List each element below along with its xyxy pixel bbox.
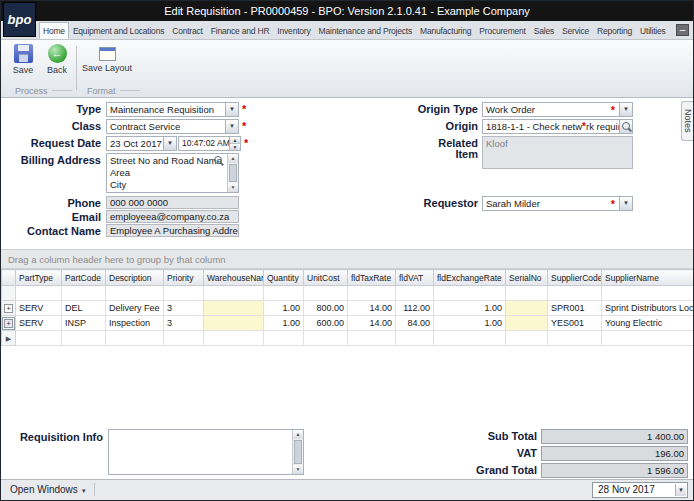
column-header-partcode[interactable]: PartCode — [62, 270, 106, 286]
cell-fldvat[interactable]: 112.00 — [396, 301, 434, 316]
column-header-serialno[interactable]: SerialNo — [506, 270, 548, 286]
cell-parttype[interactable]: SERV — [16, 316, 62, 331]
tab-manufacturing[interactable]: Manufacturing — [416, 22, 475, 39]
requisition-info-value — [109, 430, 303, 432]
cell-serialno[interactable] — [506, 301, 548, 316]
chevron-down-icon[interactable]: ▼ — [619, 103, 632, 116]
tab-equipment-and-locations[interactable]: Equipment and Locations — [69, 22, 168, 39]
expand-row-icon[interactable]: + — [4, 319, 13, 328]
requestor-combobox[interactable]: Sarah Milder * ▼ — [482, 196, 633, 211]
tab-service[interactable]: Service — [558, 22, 593, 39]
cell-fldvat[interactable]: 84.00 — [396, 316, 434, 331]
back-button[interactable]: ← Back — [41, 44, 73, 75]
column-header-quantity[interactable]: Quantity — [264, 270, 304, 286]
request-date-picker[interactable]: 23 Oct 2017 ▼ — [106, 136, 177, 151]
column-header-unitcost[interactable]: UnitCost — [304, 270, 348, 286]
cell-unitcost[interactable]: 600.00 — [304, 316, 348, 331]
tab-contract[interactable]: Contract — [168, 22, 207, 39]
required-marker: * — [242, 120, 246, 132]
tab-reporting[interactable]: Reporting — [593, 22, 636, 39]
chevron-down-icon[interactable]: ▼ — [163, 137, 176, 150]
vat-label: VAT — [381, 448, 537, 459]
column-header-suppliername[interactable]: SupplierName — [602, 270, 694, 286]
requisition-info-scrollbar[interactable]: ▲ ▼ — [292, 430, 303, 474]
column-header-warehousename[interactable]: WarehouseName — [204, 270, 264, 286]
origin-lookup-button[interactable] — [619, 120, 632, 133]
cell-quantity[interactable]: 1.00 — [264, 316, 304, 331]
cell-serialno[interactable] — [506, 316, 548, 331]
cell-fldexchangerate[interactable]: 1.00 — [434, 301, 506, 316]
tab-home[interactable]: Home — [39, 22, 69, 39]
required-marker: * — [611, 104, 615, 116]
tab-procurement[interactable]: Procurement — [475, 22, 529, 39]
table-row[interactable]: + SERV DEL Delivery Fee 3 1.00 800.00 14… — [2, 301, 694, 316]
cell-suppliercode[interactable]: SPR001 — [548, 301, 602, 316]
required-marker: * — [242, 103, 246, 115]
cell-fldtaxrate[interactable]: 14.00 — [348, 316, 396, 331]
grid-new-row[interactable]: ▶ — [2, 331, 694, 346]
cell-description[interactable]: Inspection — [106, 316, 164, 331]
open-windows-button[interactable]: Open Windows▼ — [4, 483, 95, 496]
column-header-fldtaxrate[interactable]: fldTaxRate — [348, 270, 396, 286]
titlebar: Edit Requisition - PR0000459 - BPO: Vers… — [1, 1, 693, 21]
cell-suppliercode[interactable]: YES001 — [548, 316, 602, 331]
request-date-label: Request Date — [1, 138, 101, 149]
chevron-down-icon[interactable]: ▼ — [225, 120, 238, 133]
save-layout-button[interactable]: Save Layout — [81, 44, 133, 73]
origin-lookup-field[interactable]: 1818-1-1 - Check netw*rk require... — [482, 119, 633, 134]
cell-quantity[interactable]: 1.00 — [264, 301, 304, 316]
tab-inventory[interactable]: Inventory — [273, 22, 314, 39]
class-combobox[interactable]: Contract Service ▼ — [106, 119, 239, 134]
billing-address-field[interactable]: Street No and Road Name Area City ▲ ▼ — [106, 153, 239, 193]
cell-priority[interactable]: 3 — [164, 316, 204, 331]
requisition-info-field[interactable]: ▲ ▼ — [108, 429, 304, 475]
cell-fldtaxrate[interactable]: 14.00 — [348, 301, 396, 316]
cell-unitcost[interactable]: 800.00 — [304, 301, 348, 316]
table-row[interactable]: + SERV INSP Inspection 3 1.00 600.00 14.… — [2, 316, 694, 331]
cell-partcode[interactable]: INSP — [62, 316, 106, 331]
tab-finance-and-hr[interactable]: Finance and HR — [207, 22, 274, 39]
column-header-description[interactable]: Description — [106, 270, 164, 286]
cell-description[interactable]: Delivery Fee — [106, 301, 164, 316]
chevron-down-icon[interactable]: ▼ — [225, 103, 238, 116]
cell-priority[interactable]: 3 — [164, 301, 204, 316]
cell-parttype[interactable]: SERV — [16, 301, 62, 316]
tab-maintenance-and-projects[interactable]: Maintenance and Projects — [315, 22, 416, 39]
ribbon-group-separator — [76, 46, 77, 90]
type-combobox[interactable]: Maintenance Requisition ▼ — [106, 102, 239, 117]
tab-utilities[interactable]: Utilities — [636, 22, 670, 39]
status-date-picker[interactable]: 28 Nov 2017 ▼ — [592, 482, 688, 498]
time-spinner[interactable]: ▲ ▼ — [229, 137, 240, 150]
type-value: Maintenance Requisition — [107, 103, 238, 116]
column-header-parttype[interactable]: PartType — [16, 270, 62, 286]
column-header-fldexchangerate[interactable]: fldExchangeRate — [434, 270, 506, 286]
column-header-priority[interactable]: Priority — [164, 270, 204, 286]
required-marker: * — [611, 198, 615, 210]
origin-type-combobox[interactable]: Work Order * ▼ — [482, 102, 633, 117]
search-icon[interactable] — [214, 156, 224, 166]
cell-suppliername[interactable]: Young Electric — [602, 316, 694, 331]
billing-address-scrollbar[interactable]: ▲ ▼ — [227, 154, 238, 192]
expand-row-icon[interactable]: + — [4, 304, 13, 313]
column-header-suppliercode[interactable]: SupplierCode — [548, 270, 602, 286]
status-date-value: 28 Nov 2017 — [598, 484, 655, 495]
chevron-down-icon[interactable]: ▼ — [675, 484, 686, 496]
cell-warehousename[interactable] — [204, 301, 264, 316]
cell-partcode[interactable]: DEL — [62, 301, 106, 316]
current-row-marker-icon: ▶ — [6, 335, 11, 342]
email-value: employeea@company.co.za — [107, 211, 238, 222]
column-header-fldvat[interactable]: fldVAT — [396, 270, 434, 286]
cell-fldexchangerate[interactable]: 1.00 — [434, 316, 506, 331]
save-button[interactable]: Save — [7, 44, 39, 75]
tab-notes[interactable]: Notes — [681, 101, 693, 141]
ribbon-minimize-button[interactable]: – — [676, 24, 689, 36]
request-time-input[interactable]: 10:47:02 AM ▲ ▼ — [178, 136, 241, 151]
class-label: Class — [1, 121, 101, 132]
scroll-down-icon: ▼ — [228, 183, 238, 192]
grid-filter-row[interactable] — [2, 286, 694, 301]
cell-warehousename[interactable] — [204, 316, 264, 331]
tab-sales[interactable]: Sales — [530, 22, 558, 39]
grid-group-panel[interactable]: Drag a column header here to group by th… — [1, 249, 693, 269]
cell-suppliername[interactable]: Sprint Distributors Local — [602, 301, 694, 316]
chevron-down-icon[interactable]: ▼ — [619, 197, 632, 210]
